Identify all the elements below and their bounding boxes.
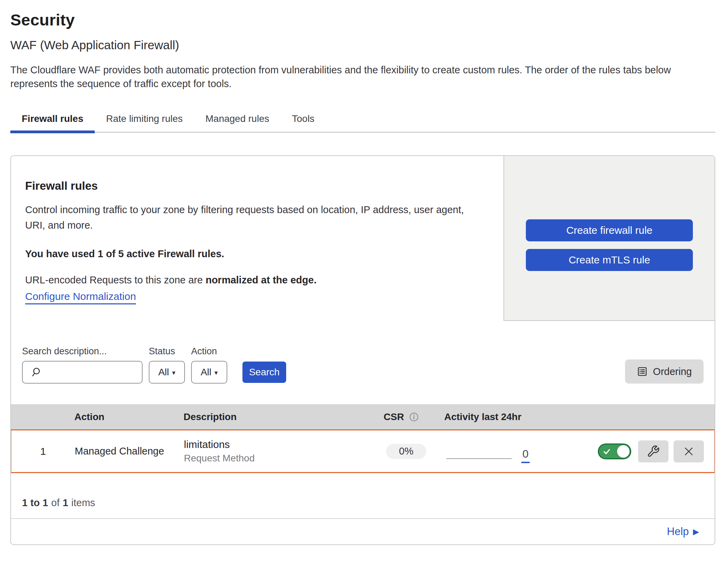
rule-enabled-toggle[interactable] <box>598 443 631 459</box>
overview-description: Control incoming traffic to your zone by… <box>25 202 480 233</box>
status-select[interactable]: All ▾ <box>149 361 185 384</box>
csr-badge: 0% <box>386 444 426 459</box>
csr-header-label: CSR <box>384 411 404 422</box>
normalization-note: URL-encoded Requests to this zone are no… <box>25 274 483 286</box>
help-link-label: Help <box>667 525 689 538</box>
actions-panel: Create firewall rule Create mTLS rule <box>503 156 715 321</box>
normalization-note-bold: normalized at the edge. <box>206 274 316 285</box>
search-input[interactable] <box>46 367 136 378</box>
tab-managed-rules[interactable]: Managed rules <box>194 111 281 132</box>
search-button[interactable]: Search <box>242 362 286 383</box>
firewall-rules-card: Firewall rules Control incoming traffic … <box>10 155 715 545</box>
rule-action: Managed Challenge <box>75 446 184 457</box>
create-firewall-rule-button[interactable]: Create firewall rule <box>526 219 693 241</box>
rule-priority: 1 <box>11 446 75 457</box>
activity-sparkline <box>446 458 512 459</box>
delete-rule-button[interactable] <box>674 440 704 462</box>
activity-count-link[interactable]: 0 <box>521 448 530 463</box>
action-select-value: All <box>201 367 211 378</box>
search-group: Search description... <box>22 346 143 384</box>
edit-rule-button[interactable] <box>638 440 668 462</box>
status-filter-group: Status All ▾ <box>149 346 185 384</box>
rule-activity-cell: 0 <box>445 430 590 472</box>
rule-description: limitations <box>184 439 373 450</box>
pagination-of: of <box>51 497 60 508</box>
search-label: Search description... <box>22 346 143 357</box>
normalization-note-text: URL-encoded Requests to this zone are <box>25 274 206 285</box>
column-header-csr: CSR <box>373 411 444 422</box>
rule-description-cell: limitations Request Method <box>184 439 373 464</box>
column-header-activity: Activity last 24hr <box>444 411 590 422</box>
filter-bar: Search description... Status All ▾ Actio… <box>11 321 715 404</box>
help-link[interactable]: Help ▶ <box>667 525 699 538</box>
action-filter-group: Action All ▾ <box>191 346 227 384</box>
rule-csr-cell: 0% <box>373 444 445 459</box>
pagination-status: 1 to 1of1items <box>11 473 715 519</box>
action-label: Action <box>191 346 227 357</box>
page-description: The Cloudflare WAF provides both automat… <box>10 63 696 91</box>
page-subtitle: WAF (Web Application Firewall) <box>10 38 715 52</box>
ordering-list-icon <box>637 366 648 377</box>
table-row[interactable]: 1 Managed Challenge limitations Request … <box>10 429 715 473</box>
rule-controls-cell <box>590 440 714 462</box>
configure-normalization-link[interactable]: Configure Normalization <box>25 291 136 304</box>
info-icon[interactable] <box>409 412 419 422</box>
close-icon <box>682 445 696 458</box>
status-select-value: All <box>158 367 169 378</box>
status-label: Status <box>149 346 185 357</box>
help-row: Help ▶ <box>11 519 715 544</box>
tab-firewall-rules[interactable]: Firewall rules <box>10 111 95 132</box>
usage-summary: You have used 1 of 5 active Firewall rul… <box>25 248 483 260</box>
ordering-button-label: Ordering <box>653 366 692 377</box>
tab-rate-limiting-rules[interactable]: Rate limiting rules <box>95 111 194 132</box>
pagination-range: 1 to 1 <box>22 497 48 508</box>
tab-tools[interactable]: Tools <box>281 111 326 132</box>
toggle-knob <box>617 445 630 458</box>
pagination-total: 1 <box>63 497 68 508</box>
waf-tabs: Firewall rules Rate limiting rules Manag… <box>10 111 715 133</box>
help-arrow-icon: ▶ <box>693 527 699 536</box>
chevron-down-icon: ▾ <box>172 369 176 377</box>
page-title: Security <box>10 10 715 29</box>
pagination-items: items <box>71 497 95 508</box>
rule-field: Request Method <box>184 453 373 464</box>
create-mtls-rule-button[interactable]: Create mTLS rule <box>526 249 693 271</box>
search-icon <box>30 367 41 378</box>
action-select[interactable]: All ▾ <box>191 361 227 384</box>
overview-heading: Firewall rules <box>25 179 483 192</box>
overview-text-block: Firewall rules Control incoming traffic … <box>11 156 503 321</box>
column-header-action: Action <box>74 411 184 422</box>
wrench-icon <box>647 445 660 458</box>
table-header: Action Description CSR Activity last 24h… <box>11 404 715 429</box>
overview-section: Firewall rules Control incoming traffic … <box>11 156 715 321</box>
search-box <box>22 361 143 384</box>
page-header: Security WAF (Web Application Firewall) … <box>0 0 728 91</box>
column-header-description: Description <box>184 411 373 422</box>
check-icon <box>603 447 611 456</box>
ordering-button[interactable]: Ordering <box>625 359 704 384</box>
chevron-down-icon: ▾ <box>215 369 218 377</box>
